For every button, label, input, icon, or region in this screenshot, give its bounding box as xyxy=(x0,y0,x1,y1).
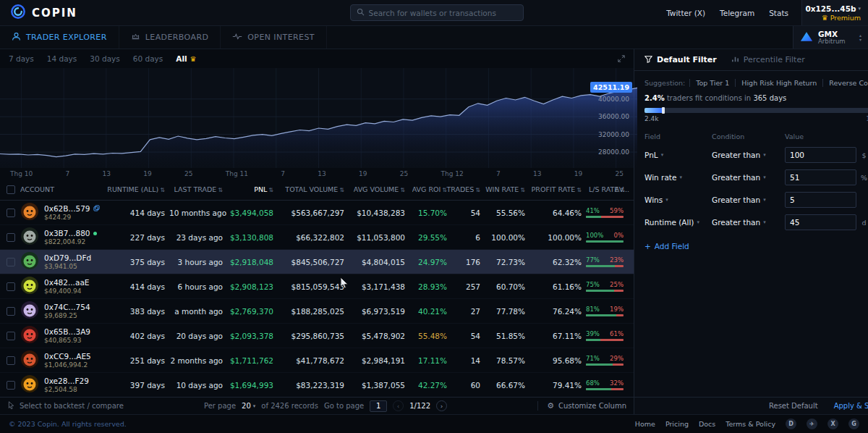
wallet-button[interactable]: 0x125...45b▾ ♛Premium xyxy=(801,0,868,25)
search-input[interactable] xyxy=(369,9,517,17)
table-row[interactable]: 0x62B...579$424.29414 days10 months ago$… xyxy=(0,201,634,225)
column-header-runtime-all-[interactable]: RUNTIME (ALL)⇅ xyxy=(107,185,169,193)
column-header-pnl[interactable]: PNL⇅ xyxy=(254,185,278,193)
slider-handle[interactable] xyxy=(662,107,665,114)
account-cell[interactable]: 0x74C...754$9,689.25 xyxy=(20,300,107,321)
suggestion-reverse-copy[interactable]: Reverse Copy xyxy=(822,79,868,87)
value-input[interactable] xyxy=(785,214,856,230)
select-all-checkbox[interactable] xyxy=(7,185,15,194)
row-checkbox[interactable] xyxy=(7,233,15,242)
value-input[interactable] xyxy=(785,169,856,185)
footer-link-docs[interactable]: Docs xyxy=(699,420,715,428)
column-header-trades[interactable]: TRADES⇅ xyxy=(446,185,485,193)
time-filter-7-days[interactable]: 7 days xyxy=(9,54,34,63)
footer-link-terms-policy[interactable]: Terms & Policy xyxy=(726,420,775,428)
select-backtest-button[interactable]: Select to backtest / compare xyxy=(7,401,124,411)
x-icon[interactable]: X xyxy=(827,419,838,429)
discord-icon[interactable]: D xyxy=(786,419,796,429)
time-filter-60-days[interactable]: 60 days xyxy=(133,54,163,63)
filter-tab-bars[interactable]: Percentile Filter xyxy=(731,55,805,65)
account-cell[interactable]: 0x482...aaE$49,400.94 xyxy=(20,276,107,297)
sort-icon: ⇅ xyxy=(160,187,165,193)
equity-chart[interactable]: 28000.0032000.0036000.0040000.00 42511.1… xyxy=(0,68,634,168)
condition-select[interactable]: Greater than▾ xyxy=(712,173,781,182)
column-header-total-volume[interactable]: TOTAL VOLUME⇅ xyxy=(285,185,349,193)
field-select[interactable]: Win rate▾ xyxy=(644,173,708,182)
account-cell[interactable]: 0x62B...579$424.29 xyxy=(20,202,107,223)
time-filter-all[interactable]: All♛ xyxy=(176,54,196,63)
chevron-down-icon: ▾ xyxy=(763,197,766,203)
apply-save-button[interactable]: Apply & Save xyxy=(834,402,868,410)
field-select[interactable]: Runtime (All)▾ xyxy=(644,218,708,227)
prev-page-button[interactable]: ‹ xyxy=(393,400,404,411)
condition-select[interactable]: Greater than▾ xyxy=(712,196,781,204)
goto-page-input[interactable] xyxy=(370,400,387,412)
suggestion-top-tier-1[interactable]: Top Tier 1 xyxy=(689,79,735,87)
github-icon[interactable]: G xyxy=(848,419,859,429)
search-bar[interactable] xyxy=(350,4,524,21)
column-header-win-rate[interactable]: WIN RATE⇅ xyxy=(485,185,529,193)
row-checkbox[interactable] xyxy=(7,282,15,291)
column-header-last-trade[interactable]: LAST TRADE⇅ xyxy=(174,185,227,193)
table-row[interactable]: 0x482...aaE$49,400.94414 days6 hours ago… xyxy=(0,274,634,299)
top-link-stats[interactable]: Stats xyxy=(769,9,788,17)
suggestion-high-risk-high-return[interactable]: High Risk High Return xyxy=(735,79,822,87)
field-select[interactable]: PnL▾ xyxy=(644,151,708,159)
value-input[interactable] xyxy=(785,192,856,208)
account-cell[interactable]: 0x65B...3A9$40,865.93 xyxy=(20,325,107,346)
time-filter-14-days[interactable]: 14 days xyxy=(47,54,77,63)
trades-cell: 14 xyxy=(451,356,485,365)
next-page-button[interactable]: › xyxy=(436,400,447,411)
row-checkbox[interactable] xyxy=(7,209,15,217)
win-rate-cell: 66.67% xyxy=(485,381,529,390)
account-cell[interactable]: 0xCC9...AE5$1,046,994.2 xyxy=(20,350,107,371)
top-link-telegram[interactable]: Telegram xyxy=(720,9,754,17)
search-zone xyxy=(220,4,653,21)
time-filter-30-days[interactable]: 30 days xyxy=(90,54,119,63)
avg-volume-cell: $11,053,800 xyxy=(349,233,409,242)
table-row[interactable]: 0xD79...DFd$3,941.05375 days3 hours ago$… xyxy=(0,250,634,274)
nav-tab-leaderboard[interactable]: LEADERBOARD xyxy=(119,26,221,49)
copin-logo[interactable]: COPIN xyxy=(10,4,220,22)
account-cell[interactable]: 0xe28...F29$2,504.58 xyxy=(20,374,107,395)
value-input[interactable] xyxy=(785,147,856,163)
per-page-select[interactable]: 20▾ xyxy=(242,402,255,410)
customize-column-button[interactable]: ⚙ Customize Column xyxy=(537,401,626,411)
field-select[interactable]: Wins▾ xyxy=(644,196,708,204)
account-cell[interactable]: 0x3B7...880$822,004.92 xyxy=(20,227,107,248)
x-axis-label: 13 xyxy=(318,170,326,177)
filter-tab-funnel[interactable]: Default Filter xyxy=(644,55,717,65)
x-axis-label: 19 xyxy=(143,170,151,177)
table-row[interactable]: 0xe28...F29$2,504.58397 days10 days ago$… xyxy=(0,373,634,397)
reset-default-button[interactable]: Reset Default xyxy=(769,402,818,410)
ls-rate-cell: 39%61% xyxy=(586,330,629,341)
footer-link-home[interactable]: Home xyxy=(635,420,655,428)
pnl-cell: $2,093,378 xyxy=(227,332,278,340)
row-checkbox[interactable] xyxy=(7,307,15,316)
expand-chart-icon[interactable] xyxy=(618,55,625,62)
nav-tab-open-interest[interactable]: OPEN INTEREST xyxy=(221,26,327,49)
table-row[interactable]: 0xCC9...AE5$1,046,994.2251 days2 months … xyxy=(0,348,634,373)
row-checkbox[interactable] xyxy=(7,332,15,340)
add-field-button[interactable]: + Add Field xyxy=(644,242,868,251)
table-row[interactable]: 0x74C...754$9,689.25383 daysa month ago$… xyxy=(0,299,634,324)
row-checkbox[interactable] xyxy=(7,258,15,266)
row-checkbox[interactable] xyxy=(7,381,15,390)
column-header-account[interactable]: ACCOUNT xyxy=(20,185,107,193)
telegram-icon[interactable]: ✈ xyxy=(807,419,817,429)
top-link-twitter-x-[interactable]: Twitter (X) xyxy=(666,9,705,17)
table-row[interactable]: 0x3B7...880$822,004.92227 days23 days ag… xyxy=(0,225,634,250)
row-checkbox[interactable] xyxy=(7,356,15,365)
nav-tab-trader-explorer[interactable]: TRADER EXPLORER xyxy=(0,26,119,49)
traders-range-slider[interactable] xyxy=(644,108,868,113)
account-cell[interactable]: 0xD79...DFd$3,941.05 xyxy=(20,251,107,272)
column-header-avg-roi[interactable]: AVG ROI⇅ xyxy=(412,185,451,193)
condition-select[interactable]: Greater than▾ xyxy=(712,151,781,159)
column-header-profit-rate[interactable]: PROFIT RATE⇅ xyxy=(532,185,586,193)
protocol-selector[interactable]: GMX Arbitrum ▴▾ xyxy=(793,26,868,49)
condition-select[interactable]: Greater than▾ xyxy=(712,218,781,227)
column-header-avg-volume[interactable]: AVG VOLUME⇅ xyxy=(354,185,409,193)
table-row[interactable]: 0x65B...3A9$40,865.93402 days20 days ago… xyxy=(0,324,634,348)
column-header-av-[interactable]: AV... xyxy=(615,185,634,193)
footer-link-pricing[interactable]: Pricing xyxy=(665,420,689,428)
